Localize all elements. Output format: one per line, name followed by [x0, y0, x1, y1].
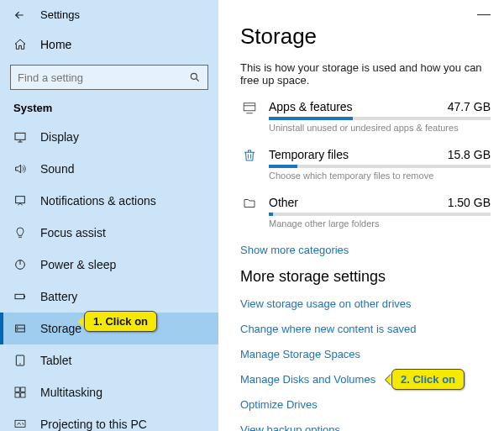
sidebar-item-label: Focus assist	[40, 226, 106, 239]
category-name: Apps & features	[269, 100, 353, 113]
storage-category-apps[interactable]: Apps & features47.7 GB Uninstall unused …	[240, 100, 491, 133]
sidebar-item-label: Battery	[40, 290, 77, 303]
sidebar-item-projecting[interactable]: Projecting to this PC	[0, 408, 218, 431]
notifications-icon	[13, 194, 27, 208]
usage-bar	[269, 213, 491, 216]
sidebar-item-display[interactable]: Display	[0, 121, 218, 153]
svg-rect-4	[15, 294, 24, 298]
battery-icon	[13, 290, 27, 303]
search-icon	[189, 71, 201, 83]
folder-icon	[240, 196, 259, 211]
page-subtitle: This is how your storage is used and how…	[240, 61, 491, 87]
projecting-icon	[13, 418, 27, 431]
sidebar-item-notifications[interactable]: Notifications & actions	[0, 185, 218, 217]
more-settings-heading: More storage settings	[240, 268, 491, 286]
svg-point-7	[17, 326, 18, 327]
svg-rect-13	[15, 393, 19, 397]
svg-rect-5	[24, 296, 25, 298]
category-sub: Uninstall unused or undesired apps & fea…	[269, 123, 491, 133]
storage-icon	[13, 322, 27, 335]
sound-icon	[13, 162, 27, 176]
category-size: 47.7 GB	[448, 100, 491, 113]
apps-icon	[240, 100, 259, 115]
sidebar-item-label: Display	[40, 130, 79, 144]
sidebar-item-label: Power & sleep	[40, 258, 116, 271]
svg-point-0	[191, 73, 197, 79]
sidebar-item-label: Sound	[40, 162, 74, 176]
category-size: 1.50 GB	[448, 196, 491, 209]
home-icon	[13, 38, 27, 51]
svg-point-10	[19, 363, 20, 364]
search-input[interactable]	[18, 71, 189, 84]
settings-title: Settings	[40, 8, 80, 21]
sidebar-item-label: Tablet	[40, 354, 71, 367]
power-icon	[13, 258, 27, 271]
sidebar-item-multitasking[interactable]: Multitasking	[0, 376, 218, 408]
sidebar-item-battery[interactable]: Battery	[0, 281, 218, 313]
svg-rect-14	[21, 393, 25, 397]
sidebar-home[interactable]: Home	[0, 29, 218, 60]
sidebar-item-label: Multitasking	[40, 386, 102, 399]
link-text: Manage Disks and Volumes	[240, 373, 375, 386]
home-label: Home	[40, 38, 71, 51]
minimize-icon[interactable]: —	[477, 7, 491, 22]
category-name: Temporary files	[269, 148, 349, 161]
svg-rect-1	[15, 133, 25, 139]
link-disks-volumes[interactable]: Manage Disks and Volumes 2. Click on	[240, 373, 491, 386]
link-optimize-drives[interactable]: Optimize Drives	[240, 398, 491, 411]
trash-icon	[240, 148, 259, 163]
tablet-icon	[13, 354, 27, 367]
svg-rect-16	[244, 103, 255, 111]
link-backup-options[interactable]: View backup options	[240, 423, 491, 431]
search-box[interactable]	[10, 65, 208, 90]
category-sub: Manage other large folders	[269, 218, 491, 229]
link-storage-spaces[interactable]: Manage Storage Spaces	[240, 348, 491, 360]
storage-category-temp[interactable]: Temporary files15.8 GB Choose which temp…	[240, 148, 491, 181]
sidebar-item-storage[interactable]: Storage 1. Click on	[0, 313, 218, 344]
page-title: Storage	[240, 24, 491, 50]
show-more-link[interactable]: Show more categories	[240, 244, 491, 256]
focus-assist-icon	[13, 226, 27, 239]
svg-rect-11	[15, 387, 19, 392]
back-arrow-icon[interactable]	[13, 9, 27, 21]
usage-bar	[269, 165, 491, 168]
multitasking-icon	[13, 386, 27, 399]
sidebar: Settings Home System Display Sound Notif…	[0, 0, 218, 431]
category-name: Other	[269, 196, 298, 209]
search-wrap	[0, 60, 218, 98]
svg-point-8	[17, 329, 18, 330]
sidebar-item-power[interactable]: Power & sleep	[0, 249, 218, 281]
sidebar-section-label: System	[0, 98, 218, 121]
annotation-callout-1: 1. Click on	[84, 311, 157, 332]
link-new-content[interactable]: Change where new content is saved	[240, 323, 491, 335]
sidebar-item-sound[interactable]: Sound	[0, 153, 218, 185]
sidebar-item-label: Notifications & actions	[40, 194, 156, 208]
storage-category-other[interactable]: Other1.50 GB Manage other large folders	[240, 196, 491, 229]
sidebar-item-focus-assist[interactable]: Focus assist	[0, 217, 218, 249]
category-size: 15.8 GB	[448, 148, 491, 161]
usage-bar	[269, 117, 491, 120]
sidebar-item-tablet[interactable]: Tablet	[0, 344, 218, 376]
sidebar-header: Settings	[0, 0, 218, 29]
display-icon	[13, 130, 27, 144]
main-content: — Storage This is how your storage is us…	[218, 0, 504, 431]
svg-rect-2	[16, 197, 25, 203]
svg-rect-12	[21, 387, 25, 392]
category-sub: Choose which temporary files to remove	[269, 171, 491, 181]
annotation-callout-2: 2. Click on	[391, 369, 465, 390]
sidebar-item-label: Projecting to this PC	[40, 418, 147, 431]
link-other-drives[interactable]: View storage usage on other drives	[240, 297, 491, 310]
